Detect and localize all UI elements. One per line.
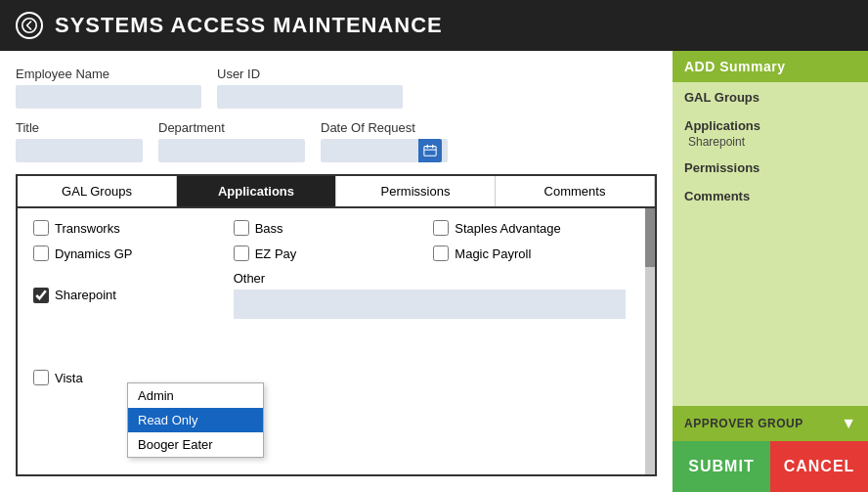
- list-item: Bass: [234, 220, 426, 236]
- user-id-input[interactable]: [217, 85, 403, 109]
- department-label: Department: [158, 120, 305, 135]
- list-item: Sharepoint Admin Read Only Booger Eater: [33, 271, 226, 319]
- right-panel: ADD Summary GAL Groups Applications Shar…: [673, 51, 868, 492]
- tabs-section: GAL Groups Applications Permissions Comm…: [16, 174, 657, 476]
- other-textarea[interactable]: [234, 290, 626, 319]
- tab-applications[interactable]: Applications: [177, 176, 336, 206]
- bass-checkbox[interactable]: [234, 220, 249, 236]
- svg-point-0: [22, 19, 36, 32]
- list-item: Transworks: [33, 220, 226, 236]
- page-title: SYSTEMS ACCESS MAINTENANCE: [55, 13, 443, 38]
- department-field: Department: [158, 120, 305, 162]
- date-wrapper: 10/27/2017: [321, 139, 448, 162]
- submit-button[interactable]: SUBMIT: [673, 441, 770, 492]
- list-item: Magic Payroll: [433, 246, 626, 261]
- dropdown-item-readonly[interactable]: Read Only: [128, 408, 263, 432]
- page-header: SYSTEMS ACCESS MAINTENANCE: [0, 0, 868, 51]
- back-button[interactable]: [16, 12, 43, 39]
- summary-apps-section: Applications Sharepoint: [684, 118, 856, 149]
- list-item: Staples Advantage: [433, 220, 626, 236]
- dropdown-item-booger[interactable]: Booger Eater: [128, 432, 263, 457]
- title-field: Title: [16, 120, 143, 162]
- list-item: Dynamics GP: [33, 246, 226, 261]
- approver-group-row[interactable]: APPROVER GROUP ▼: [673, 406, 868, 441]
- tab-gal-groups[interactable]: GAL Groups: [18, 176, 177, 206]
- cancel-button[interactable]: CANCEL: [770, 441, 868, 492]
- department-input[interactable]: [158, 139, 305, 162]
- scrollbar[interactable]: [645, 208, 655, 474]
- tab-permissions[interactable]: Permissions: [336, 176, 496, 206]
- svg-rect-1: [424, 147, 436, 157]
- action-buttons: SUBMIT CANCEL: [673, 441, 868, 492]
- date-label: Date Of Request: [321, 120, 448, 135]
- employee-name-field: Employee Name: [16, 67, 201, 109]
- date-input[interactable]: 10/27/2017: [321, 139, 418, 162]
- summary-comments-section: Comments: [684, 189, 856, 205]
- title-input[interactable]: [16, 139, 143, 162]
- sharepoint-checkbox[interactable]: [33, 288, 49, 303]
- employee-name-label: Employee Name: [16, 67, 201, 81]
- applications-checkbox-grid: Transworks Bass Staples Advantage Dynami…: [33, 220, 626, 385]
- dynamics-checkbox[interactable]: [33, 246, 49, 261]
- left-panel: Employee Name User ID Title Department D…: [0, 51, 673, 492]
- title-label: Title: [16, 120, 143, 135]
- applications-tab-content: Transworks Bass Staples Advantage Dynami…: [18, 208, 655, 474]
- dropdown-item-admin[interactable]: Admin: [128, 383, 263, 408]
- vista-checkbox[interactable]: [33, 370, 49, 385]
- form-row-2: Title Department Date Of Request 10/27/2…: [16, 120, 657, 162]
- user-id-field: User ID: [217, 67, 403, 109]
- date-field: Date Of Request 10/27/2017: [321, 120, 448, 162]
- summary-body: GAL Groups Applications Sharepoint Permi…: [673, 82, 868, 406]
- summary-gal-section: GAL Groups: [684, 90, 856, 107]
- scrollbar-thumb[interactable]: [645, 208, 655, 267]
- tab-comments[interactable]: Comments: [496, 176, 655, 206]
- list-item: EZ Pay: [234, 246, 426, 261]
- other-section: Other: [234, 271, 626, 319]
- transworks-checkbox[interactable]: [33, 220, 49, 236]
- ezpay-checkbox[interactable]: [234, 246, 249, 261]
- sharepoint-dropdown: Admin Read Only Booger Eater: [127, 382, 264, 458]
- form-row-1: Employee Name User ID: [16, 67, 657, 109]
- calendar-icon-button[interactable]: [418, 139, 442, 162]
- employee-name-input[interactable]: [16, 85, 201, 109]
- magic-checkbox[interactable]: [433, 246, 449, 261]
- staples-checkbox[interactable]: [433, 220, 449, 236]
- summary-perms-section: Permissions: [684, 160, 856, 177]
- chevron-down-icon: ▼: [841, 415, 856, 432]
- main-layout: Employee Name User ID Title Department D…: [0, 51, 868, 492]
- summary-header: ADD Summary: [673, 51, 868, 82]
- tabs-header: GAL Groups Applications Permissions Comm…: [18, 176, 655, 208]
- user-id-label: User ID: [217, 67, 403, 81]
